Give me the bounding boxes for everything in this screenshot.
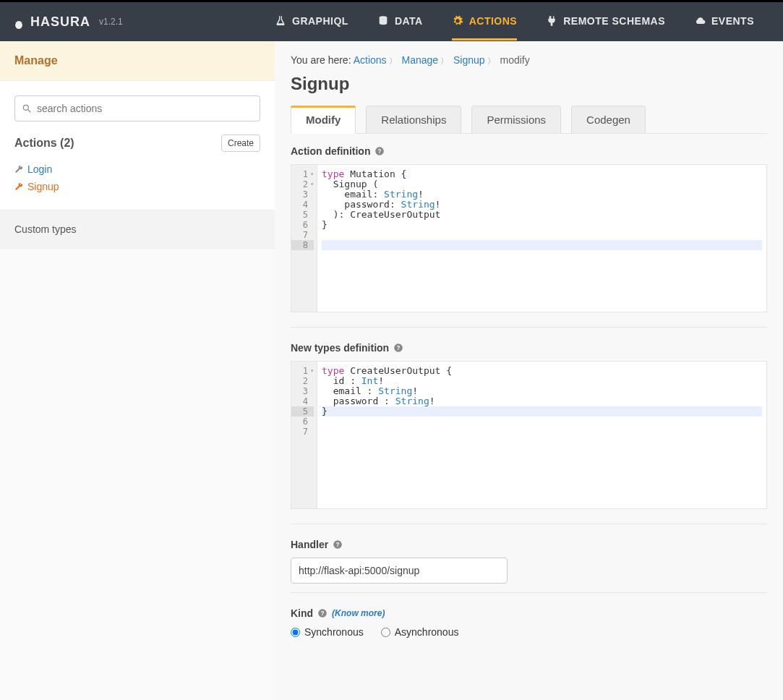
gutter-line: 1	[291, 366, 314, 376]
help-icon[interactable]: ?	[333, 539, 343, 550]
gutter-line: 4	[291, 396, 314, 406]
gutter-line: 4	[291, 200, 314, 210]
help-icon[interactable]: ?	[375, 146, 385, 156]
kind-option-label: Asynchronous	[395, 626, 459, 638]
nav-graphiql[interactable]: GRAPHIQL	[275, 4, 348, 40]
tab-codegen[interactable]: Codegen	[571, 106, 646, 133]
create-button[interactable]: Create	[221, 135, 260, 152]
gutter-line: 1	[291, 169, 314, 179]
code-line: email: String!	[322, 189, 762, 200]
breadcrumb-current: modify	[500, 54, 529, 66]
code-line: type CreateUserOutput {	[322, 366, 762, 376]
brand-version: v1.2.1	[99, 17, 123, 27]
breadcrumb-link-actions[interactable]: Actions	[354, 54, 387, 66]
top-nav: GRAPHIQLDATAACTIONSREMOTE SCHEMASEVENTS	[275, 4, 754, 40]
code-line: }	[322, 406, 762, 417]
code-line: id : Int!	[322, 376, 762, 386]
code-line: }	[322, 220, 762, 230]
sidebar-item-login[interactable]: Login	[14, 161, 260, 178]
action-definition-editor[interactable]: 12345678 type Mutation { Signup ( email:…	[291, 164, 767, 312]
tab-relationships[interactable]: Relationships	[366, 106, 461, 133]
svg-text:?: ?	[397, 345, 401, 351]
tab-permissions[interactable]: Permissions	[471, 106, 561, 133]
breadcrumb: You are here: Actions〉 Manage〉 Signup〉 m…	[291, 54, 767, 67]
code-line: Signup (	[322, 179, 762, 189]
help-icon[interactable]: ?	[317, 608, 328, 618]
breadcrumb-prefix: You are here:	[291, 54, 351, 66]
hasura-logo-icon	[13, 16, 25, 27]
code-line: password: String!	[322, 200, 762, 210]
gutter-line: 3	[291, 386, 314, 396]
plug-icon	[546, 15, 557, 27]
gutter-line: 8	[291, 240, 314, 250]
kind-option-label: Synchronous	[304, 626, 364, 638]
breadcrumb-link-manage[interactable]: Manage	[402, 54, 439, 66]
kind-label: Kind ? (Know more)	[291, 607, 767, 619]
nav-label: EVENTS	[711, 15, 754, 27]
svg-text:?: ?	[321, 610, 325, 617]
gutter-line: 2	[291, 376, 314, 386]
gutter-line: 6	[291, 417, 314, 427]
new-types-definition-editor[interactable]: 1234567 type CreateUserOutput { id : Int…	[291, 361, 767, 509]
nav-label: REMOTE SCHEMAS	[563, 15, 665, 27]
gutter-line: 6	[291, 220, 314, 230]
code-line: ): CreateUserOutput	[322, 210, 762, 220]
main-content: You are here: Actions〉 Manage〉 Signup〉 m…	[275, 41, 783, 700]
sidebar-item-custom-types[interactable]: Custom types	[0, 210, 275, 249]
nav-remote-schemas[interactable]: REMOTE SCHEMAS	[546, 4, 665, 40]
new-types-definition-label: New types definition ?	[291, 342, 767, 354]
nav-label: ACTIONS	[469, 15, 518, 27]
code-line: type Mutation {	[322, 169, 762, 179]
nav-label: DATA	[395, 15, 423, 27]
chevron-right-icon: 〉	[389, 56, 397, 65]
database-icon	[377, 15, 389, 27]
code-line	[322, 230, 762, 240]
actions-list: LoginSignup	[0, 153, 275, 210]
tab-modify[interactable]: Modify	[291, 106, 356, 133]
action-definition-label: Action definition ?	[291, 145, 767, 157]
gutter-line: 7	[291, 427, 314, 437]
handler-input[interactable]	[291, 558, 508, 584]
svg-text:?: ?	[336, 542, 340, 548]
cloud-icon	[694, 15, 706, 27]
search-input[interactable]	[14, 95, 260, 121]
brand-name: HASURA	[30, 14, 90, 30]
actions-heading: Actions (2)	[14, 137, 74, 150]
code-line: email : String!	[322, 386, 762, 396]
code-line	[322, 240, 762, 250]
tabs: ModifyRelationshipsPermissionsCodegen	[291, 106, 767, 134]
code-line: password : String!	[322, 396, 762, 406]
kind-option-synchronous[interactable]: Synchronous	[291, 626, 364, 638]
kind-option-asynchronous[interactable]: Asynchronous	[381, 626, 459, 638]
gutter-line: 3	[291, 189, 314, 200]
gutter-line: 2	[291, 179, 314, 189]
chevron-right-icon: 〉	[440, 56, 448, 65]
gutter-line: 7	[291, 230, 314, 240]
help-icon[interactable]: ?	[393, 343, 403, 353]
sidebar: Manage Actions (2) Create LoginSignup Cu…	[0, 41, 275, 700]
svg-line-3	[28, 110, 31, 113]
gutter-line: 5	[291, 406, 314, 417]
page-title: Signup	[291, 74, 767, 94]
sidebar-item-signup[interactable]: Signup	[14, 178, 260, 195]
breadcrumb-link-signup[interactable]: Signup	[453, 54, 485, 66]
logo[interactable]: HASURA v1.2.1	[13, 14, 275, 30]
know-more-link[interactable]: (Know more)	[332, 608, 385, 618]
search-icon	[22, 103, 32, 114]
nav-actions[interactable]: ACTIONS	[452, 4, 518, 40]
sidebar-heading[interactable]: Manage	[0, 41, 275, 81]
svg-point-2	[23, 105, 28, 110]
kind-radio[interactable]	[381, 628, 390, 637]
gears-icon	[452, 15, 463, 27]
sidebar-item-label: Login	[27, 163, 52, 175]
svg-text:?: ?	[378, 148, 382, 155]
chevron-right-icon: 〉	[487, 56, 495, 65]
kind-radio[interactable]	[291, 628, 300, 637]
nav-data[interactable]: DATA	[377, 4, 423, 40]
flask-icon	[275, 15, 286, 27]
nav-events[interactable]: EVENTS	[694, 4, 754, 40]
nav-label: GRAPHIQL	[292, 15, 348, 27]
app-header: HASURA v1.2.1 GRAPHIQLDATAACTIONSREMOTE …	[0, 2, 783, 41]
handler-label: Handler ?	[291, 539, 767, 550]
sidebar-item-label: Signup	[27, 181, 59, 192]
